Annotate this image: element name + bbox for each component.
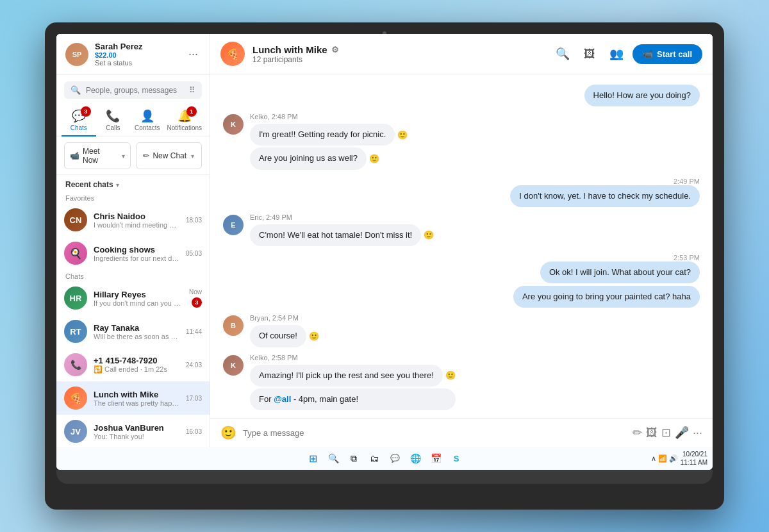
- bubble: Ok ok! I will join. What about your cat?: [540, 262, 700, 283]
- chat-item-phone[interactable]: 📞 +1 415-748-7920 🔁 Call ended · 1m 22s …: [56, 348, 210, 381]
- tab-calls-label: Calls: [106, 124, 120, 131]
- bubble: For @all - 4pm, main gate!: [250, 388, 456, 410]
- meet-now-chevron: ▾: [122, 153, 125, 160]
- chat-info-cooking: Cooking shows Ingredients for our next d…: [94, 245, 179, 262]
- bubble: I don't know, yet. I have to check my sc…: [510, 185, 700, 207]
- chat-avatar-cooking: 🍳: [64, 242, 87, 265]
- recent-chats-chevron: ▾: [116, 181, 119, 188]
- gallery-button[interactable]: 🖼: [579, 43, 600, 65]
- message-input-area: 🙂 ✏ 🖼 ⊡ 🎤 ···: [210, 418, 713, 447]
- keiko-sender-time-2: Keiko, 2:58 PM: [250, 354, 456, 362]
- bubble-row-keiko-2a: Amazing! I'll pick up the rest and see y…: [250, 365, 456, 387]
- clock: 10/20/2111:11 AM: [681, 450, 707, 467]
- chat-name-phone: +1 415-748-7920: [94, 356, 179, 365]
- chat-preview-cooking: Ingredients for our next dish are...: [94, 254, 179, 262]
- start-button[interactable]: ⊞: [304, 449, 322, 467]
- keiko-avatar-2: K: [223, 355, 244, 376]
- mention: @all: [274, 394, 291, 404]
- search-bar: 🔍 ⠿: [64, 81, 202, 99]
- active-chat-name: Lunch with Mike ⚙: [252, 44, 544, 55]
- laptop-base: [56, 470, 713, 484]
- bubble: C'mon! We'll eat hot tamale! Don't miss …: [250, 224, 421, 246]
- edge-button[interactable]: 🌐: [406, 449, 424, 467]
- chat-item-joshua[interactable]: JV Joshua VanBuren You: Thank you! 16:03: [56, 415, 210, 447]
- chats-icon: 💬 3: [72, 109, 86, 123]
- chat-meta-lunch: 17:03: [186, 395, 202, 402]
- chat-meta-chris: 18:03: [186, 217, 202, 224]
- chat-preview-lunch: The client was pretty happy with...: [94, 399, 179, 407]
- search-input[interactable]: [86, 86, 184, 95]
- chat-preview-joshua: You: Thank you!: [94, 433, 179, 440]
- calendar-button[interactable]: 📅: [427, 449, 445, 467]
- chat-avatar-phone: 📞: [64, 353, 87, 376]
- format-button[interactable]: ✏: [633, 426, 642, 440]
- chat-info-joshua: Joshua VanBuren You: Thank you!: [94, 423, 179, 440]
- message-self-3: 2:53 PM Ok ok! I will join. What about y…: [223, 253, 700, 308]
- react-button[interactable]: 🙂: [445, 370, 456, 380]
- favorites-label: Favorites: [56, 192, 210, 203]
- video-icon: 📹: [643, 49, 653, 59]
- emoji-picker-button[interactable]: 🙂: [220, 425, 236, 440]
- profile-status[interactable]: Set a status: [95, 59, 179, 67]
- teams-taskbar-button[interactable]: 💬: [386, 449, 404, 467]
- tab-chats[interactable]: 💬 3 Chats: [62, 104, 96, 137]
- new-chat-button[interactable]: ✏ New Chat ▾: [136, 142, 203, 169]
- react-button[interactable]: 🙂: [309, 331, 319, 341]
- task-view-button[interactable]: ⧉: [345, 449, 363, 467]
- chat-time-lunch: 17:03: [186, 395, 202, 402]
- message-self-2: 2:49 PM I don't know, yet. I have to che…: [223, 176, 700, 207]
- avatar[interactable]: SP: [65, 43, 88, 66]
- bubble-row-bryan: Of course! 🙂: [250, 325, 319, 347]
- bubble: Hello! How are you doing?: [584, 85, 700, 106]
- search-taskbar-button[interactable]: 🔍: [324, 449, 342, 467]
- profile-header: SP Sarah Perez $22.00 Set a status ···: [56, 34, 210, 75]
- tab-notifications-label: Notifications: [167, 124, 202, 131]
- chat-item-ray[interactable]: RT Ray Tanaka Will be there as soon as I…: [56, 315, 210, 348]
- start-call-label: Start call: [657, 49, 692, 59]
- header-actions: 🔍 🖼 👥 📹 Start call: [552, 43, 702, 65]
- more-actions-button[interactable]: ···: [693, 426, 702, 440]
- time-label: 2:49 PM: [674, 178, 700, 185]
- tab-calls[interactable]: 📞 Calls: [96, 104, 131, 137]
- react-button[interactable]: 🙂: [424, 230, 434, 240]
- time-label: 2:53 PM: [674, 254, 700, 262]
- chat-item-lunch[interactable]: 🍕 Lunch with Mike The client was pretty …: [56, 381, 210, 415]
- chat-info-hillary: Hillary Reyes If you don't mind can you …: [94, 290, 183, 307]
- profile-info: Sarah Perez $22.00 Set a status: [95, 42, 179, 67]
- self-bubble-group-3: Ok ok! I will join. What about your cat?…: [513, 262, 700, 308]
- chat-time-phone: 24:03: [186, 362, 202, 369]
- meet-now-button[interactable]: 📹 Meet Now ▾: [64, 142, 131, 169]
- audio-button[interactable]: 🎤: [675, 426, 689, 440]
- start-call-button[interactable]: 📹 Start call: [633, 44, 702, 64]
- profile-credit: $22.00: [95, 51, 117, 59]
- chat-time-joshua: 16:03: [186, 428, 202, 435]
- system-tray[interactable]: ∧ 📶 🔊: [651, 454, 678, 463]
- chat-item-cooking[interactable]: 🍳 Cooking shows Ingredients for our next…: [56, 237, 210, 270]
- eric-sender-time: Eric, 2:49 PM: [250, 213, 434, 221]
- attachment-button[interactable]: 🖼: [646, 426, 657, 440]
- participants-button[interactable]: 👥: [606, 43, 627, 65]
- taskbar-right: ∧ 📶 🔊 10/20/2111:11 AM: [651, 450, 707, 467]
- chat-item-hillary[interactable]: HR Hillary Reyes If you don't mind can y…: [56, 281, 210, 315]
- more-button[interactable]: ···: [186, 46, 201, 62]
- chat-item-chris[interactable]: CN Chris Naidoo I wouldn't mind meeting …: [56, 203, 210, 237]
- chat-avatar-lunch: 🍕: [64, 387, 87, 410]
- tab-notifications[interactable]: 🔔 1 Notifications: [165, 104, 204, 137]
- grid-icon[interactable]: ⠿: [189, 85, 195, 95]
- chat-meta-hillary: Now 3: [189, 288, 202, 308]
- react-button[interactable]: 🙂: [369, 154, 379, 163]
- chat-preview-ray: Will be there as soon as I can!: [94, 333, 179, 340]
- search-icon: 🔍: [70, 85, 81, 95]
- taskbar: ⊞ 🔍 ⧉ 🗂 💬 🌐 📅 S ∧ 📶 🔊 10/20/2111:11 AM: [56, 447, 713, 470]
- search-messages-button[interactable]: 🔍: [552, 43, 574, 65]
- react-button[interactable]: 🙂: [397, 130, 408, 140]
- tab-contacts[interactable]: 👤 Contacts: [130, 104, 165, 137]
- message-input[interactable]: [243, 428, 626, 438]
- contacts-icon: 👤: [140, 109, 154, 123]
- schedule-button[interactable]: ⊡: [661, 426, 671, 440]
- chat-avatar-chris: CN: [64, 208, 87, 231]
- settings-icon[interactable]: ⚙: [331, 45, 339, 54]
- skype-button[interactable]: S: [447, 449, 465, 467]
- widgets-button[interactable]: 🗂: [365, 449, 383, 467]
- recent-chats-header[interactable]: Recent chats ▾: [56, 175, 210, 192]
